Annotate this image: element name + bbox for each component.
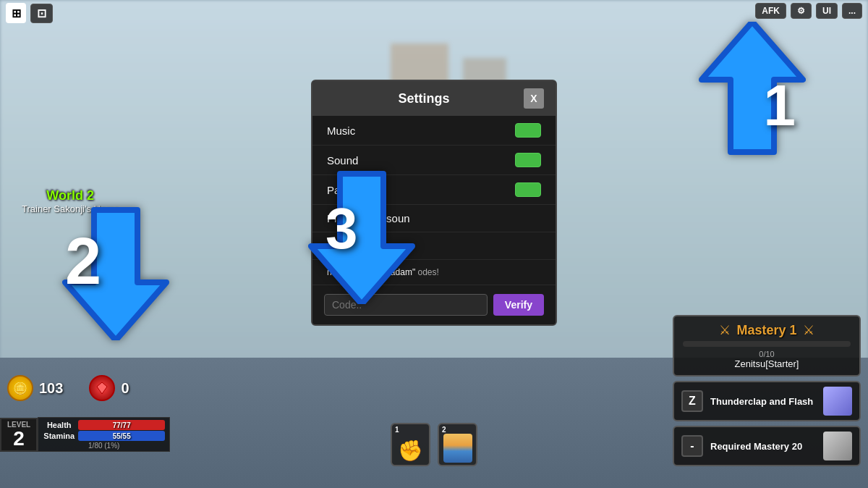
- coin-icon: 🪙: [7, 375, 33, 401]
- particle-label: Particle: [327, 184, 363, 196]
- mastery-title: Mastery 1: [736, 323, 796, 338]
- settings-modal: Settings X Music Sound Particle Play oth…: [311, 80, 557, 326]
- settings-title: Settings: [324, 91, 524, 106]
- gem-icon: [89, 375, 115, 401]
- topbar: ⊞ ⊡ AFK ⚙ UI ...: [0, 0, 868, 26]
- level-number: 2: [7, 429, 30, 449]
- xp-text: 1/80 (1%): [43, 442, 165, 450]
- health-bar: 77/77: [78, 420, 165, 430]
- char-slot-1[interactable]: 1 ✊: [391, 423, 430, 466]
- group-label: ne group "Yes Madam" odes!: [327, 267, 439, 277]
- stamina-label: Stamina: [43, 432, 75, 440]
- character-select: 1 ✊ 2: [391, 423, 477, 466]
- skill-thumb-z: [823, 387, 852, 416]
- world-name: World 2: [22, 188, 119, 203]
- mastery-bar-container: [683, 341, 851, 347]
- verify-button[interactable]: Verify: [493, 294, 544, 316]
- code-section: Verify: [312, 285, 556, 324]
- mastery-box: ⚔ Mastery 1 ⚔ 0/10 Zenitsu[Starter]: [673, 315, 861, 376]
- skill-row-required: - Required Mastery 20: [673, 426, 861, 466]
- music-toggle[interactable]: [515, 123, 541, 138]
- gem-value: 0: [121, 380, 129, 397]
- char-avatar: [443, 434, 472, 463]
- slot-2-num: 2: [442, 426, 446, 434]
- health-row: Health 77/77: [43, 420, 165, 430]
- settings-show-others-row: Show other's p: [312, 232, 556, 260]
- settings-header: Settings X: [312, 81, 556, 116]
- required-mastery-label: Required Mastery 20: [710, 441, 816, 452]
- stamina-row: Stamina 55/55: [43, 431, 165, 441]
- play-others-sound-label: Play other's soun: [327, 212, 410, 224]
- level-section: LEVEL 2 Health 77/77 Stamina 55/55 1/80 …: [0, 417, 170, 452]
- afk-button[interactable]: AFK: [755, 3, 786, 19]
- settings-close-button[interactable]: X: [524, 88, 544, 109]
- settings-particle-row: Particle: [312, 175, 556, 205]
- world-info: World 2 Trainer Sakonji's Home: [22, 188, 119, 214]
- more-button[interactable]: ...: [842, 3, 862, 19]
- settings-sound-row: Sound: [312, 146, 556, 175]
- settings-group-row: ne group "Yes Madam" odes!: [312, 260, 556, 285]
- right-hud: ⚔ Mastery 1 ⚔ 0/10 Zenitsu[Starter] Z Th…: [673, 315, 861, 466]
- bars-section: Health 77/77 Stamina 55/55 1/80 (1%): [38, 417, 170, 452]
- settings-music-row: Music: [312, 116, 556, 146]
- slot-1-num: 1: [395, 426, 399, 434]
- stamina-bar: 55/55: [78, 431, 165, 441]
- skill-thumb-required: [823, 432, 852, 460]
- screenshot-btn[interactable]: ⊡: [30, 4, 53, 23]
- health-label: Health: [43, 421, 75, 429]
- code-input[interactable]: [324, 294, 488, 316]
- skill-row-z: Z Thunderclap and Flash: [673, 381, 861, 421]
- mastery-character-name: Zenitsu[Starter]: [683, 358, 851, 369]
- settings-play-others-sound-row: Play other's soun: [312, 205, 556, 232]
- ui-button[interactable]: UI: [816, 3, 838, 19]
- roblox-logo: ⊞: [6, 3, 26, 23]
- skill-key-dash: -: [681, 435, 703, 457]
- stamina-value: 55/55: [78, 431, 165, 441]
- particle-toggle[interactable]: [515, 182, 541, 197]
- topbar-right-controls: AFK ⚙ UI ...: [755, 3, 862, 19]
- currency-hud: 🪙 103 0: [7, 375, 129, 401]
- coin-value: 103: [39, 380, 63, 397]
- sound-label: Sound: [327, 154, 358, 167]
- mastery-progress: 0/10: [683, 350, 851, 358]
- skill-key-z: Z: [681, 390, 703, 412]
- settings-topbar-button[interactable]: ⚙: [791, 3, 812, 19]
- sword-right-icon: ⚔: [803, 322, 814, 338]
- mastery-header: ⚔ Mastery 1 ⚔: [683, 322, 851, 338]
- sword-left-icon: ⚔: [719, 322, 731, 338]
- health-value: 77/77: [78, 420, 165, 430]
- music-label: Music: [327, 125, 355, 137]
- show-others-label: Show other's p: [327, 240, 399, 252]
- level-box: LEVEL 2: [0, 418, 38, 452]
- sound-toggle[interactable]: [515, 153, 541, 167]
- char-slot-2[interactable]: 2: [438, 423, 477, 466]
- fist-icon: ✊: [398, 439, 423, 463]
- skill-name-z: Thunderclap and Flash: [710, 396, 816, 407]
- world-location: Trainer Sakonji's Home: [22, 203, 119, 214]
